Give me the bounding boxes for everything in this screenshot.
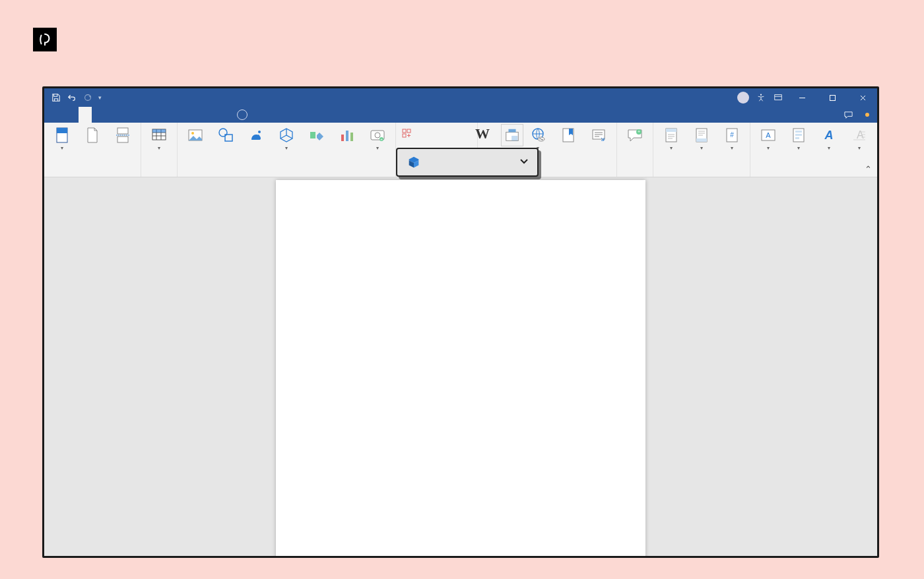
- comments-pane-icon[interactable]: [843, 109, 853, 120]
- svg-rect-15: [310, 132, 315, 138]
- svg-rect-25: [403, 134, 406, 137]
- svg-point-11: [191, 132, 194, 135]
- brand-logo: [33, 28, 63, 51]
- footer-button[interactable]: ▾: [688, 125, 715, 153]
- icons-icon: [248, 127, 265, 144]
- drop-cap-button[interactable]: A ▾: [845, 125, 873, 153]
- tab-layout[interactable]: [122, 107, 135, 123]
- text-box-button[interactable]: A ▾: [754, 125, 782, 153]
- blank-page-button[interactable]: [79, 125, 106, 146]
- svg-text:#: #: [730, 131, 734, 138]
- wordart-button[interactable]: A ▾: [815, 125, 843, 153]
- svg-rect-23: [403, 129, 406, 133]
- svg-rect-17: [346, 131, 348, 141]
- page-break-icon: [114, 127, 131, 144]
- svg-rect-18: [350, 133, 353, 141]
- save-icon[interactable]: [51, 92, 61, 103]
- svg-rect-24: [407, 129, 411, 133]
- close-button[interactable]: [851, 90, 874, 105]
- shapes-button[interactable]: [212, 125, 240, 146]
- pictures-button[interactable]: [182, 125, 209, 146]
- screenshot-button[interactable]: + ▾: [364, 125, 391, 153]
- svg-text:A: A: [766, 131, 771, 139]
- tab-draw[interactable]: [93, 107, 106, 123]
- qat-customize[interactable]: ▾: [98, 94, 102, 101]
- tab-view[interactable]: [180, 107, 193, 123]
- tab-help[interactable]: [195, 107, 208, 123]
- group-addins: W: [396, 123, 478, 177]
- screenshot-icon: +: [369, 127, 386, 144]
- tab-mailings[interactable]: [151, 107, 164, 123]
- tell-me-search[interactable]: [237, 109, 251, 120]
- crossref-button[interactable]: [585, 125, 612, 146]
- tab-review[interactable]: [166, 107, 179, 123]
- 3d-models-button[interactable]: ▾: [273, 125, 300, 153]
- minimize-button[interactable]: [790, 90, 814, 105]
- svg-rect-9: [152, 129, 166, 133]
- svg-point-0: [85, 95, 91, 101]
- my-addins-button[interactable]: [396, 148, 539, 177]
- svg-rect-38: [696, 138, 707, 142]
- undo-icon[interactable]: [67, 92, 77, 103]
- wordart-icon: A: [820, 127, 838, 144]
- tab-file[interactable]: [50, 107, 63, 123]
- page-break-button[interactable]: [109, 125, 137, 146]
- document-page[interactable]: [276, 180, 645, 556]
- header-button[interactable]: ▾: [657, 125, 685, 153]
- ribbon-display-icon[interactable]: [773, 92, 783, 103]
- table-button[interactable]: ▾: [145, 125, 173, 153]
- group-illustrations: ▾ + ▾: [178, 123, 396, 177]
- bookmark-icon: [560, 127, 577, 144]
- svg-rect-5: [57, 128, 67, 133]
- quick-parts-icon: [790, 127, 807, 144]
- svg-point-12: [219, 129, 227, 137]
- cube-icon: [278, 127, 295, 144]
- addins-cube-icon: [407, 155, 421, 169]
- svg-rect-3: [830, 95, 835, 100]
- ribbon-collapse-button[interactable]: ⌃: [865, 164, 872, 174]
- notification-dot: [865, 113, 869, 117]
- footer-icon: [693, 127, 710, 144]
- svg-point-1: [760, 94, 762, 95]
- tab-design[interactable]: [108, 107, 121, 123]
- group-pages: ▾: [44, 123, 141, 177]
- maximize-button[interactable]: [820, 90, 844, 105]
- word-window: ▾: [42, 86, 879, 558]
- cover-page-button[interactable]: ▾: [48, 125, 76, 153]
- doc-title: [329, 239, 593, 264]
- get-addins-button[interactable]: [396, 127, 477, 140]
- profile-avatar[interactable]: [737, 92, 749, 104]
- smartart-button[interactable]: [303, 125, 331, 146]
- redo-icon[interactable]: [82, 92, 93, 103]
- svg-text:+: +: [638, 129, 640, 134]
- svg-rect-16: [341, 135, 344, 141]
- accessibility-icon[interactable]: [756, 92, 766, 103]
- document-area[interactable]: [44, 177, 877, 556]
- chart-button[interactable]: [333, 125, 361, 146]
- tab-acrobat[interactable]: [209, 107, 222, 123]
- menu-tabs: [44, 107, 877, 123]
- text-box-icon: A: [760, 127, 777, 144]
- tab-insert[interactable]: [79, 107, 92, 123]
- smartart-icon: [308, 127, 325, 144]
- chevron-down-icon: [519, 156, 529, 169]
- tab-references[interactable]: [137, 107, 150, 123]
- pictures-icon: [187, 127, 204, 144]
- bookmark-button[interactable]: [554, 125, 582, 146]
- svg-rect-46: [795, 137, 799, 139]
- bulb-icon: [237, 109, 248, 120]
- titlebar: ▾: [44, 88, 877, 107]
- page-number-button[interactable]: # ▾: [718, 125, 746, 153]
- ribbon: ▾ ▾: [44, 123, 877, 177]
- cover-page-icon: [53, 127, 71, 144]
- icons-button[interactable]: [242, 125, 270, 146]
- svg-point-14: [258, 131, 261, 133]
- link-icon: [529, 127, 546, 144]
- comment-button[interactable]: +: [621, 125, 649, 146]
- tab-home[interactable]: [64, 107, 77, 123]
- crossref-icon: [590, 127, 607, 144]
- svg-rect-7: [117, 137, 128, 142]
- quick-parts-button[interactable]: ▾: [785, 125, 812, 153]
- svg-text:+: +: [380, 137, 383, 141]
- group-comments: +: [617, 123, 653, 177]
